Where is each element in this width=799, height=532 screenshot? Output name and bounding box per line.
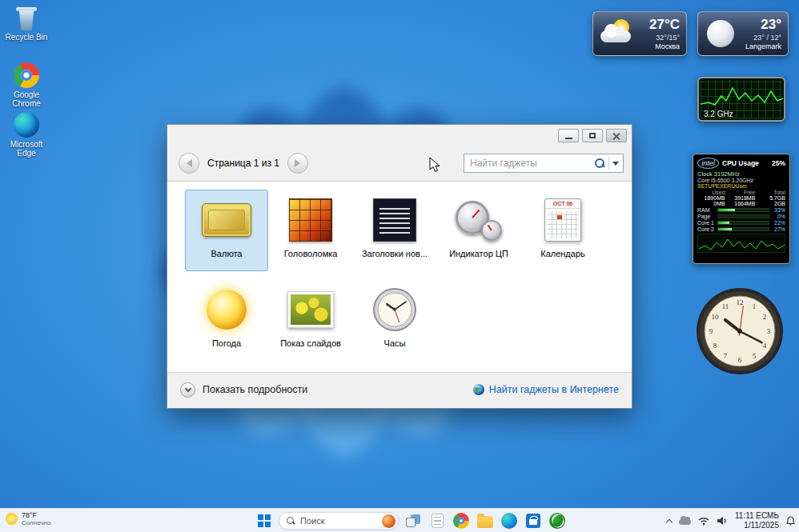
svg-text:5: 5 bbox=[753, 352, 757, 360]
meter-ram: RAM 33% bbox=[697, 207, 785, 213]
minimize-icon bbox=[565, 138, 572, 139]
show-details-toggle[interactable]: Показать подробности bbox=[180, 382, 307, 398]
gadget-tile-cpu-indicator[interactable]: Индикатор ЦП bbox=[437, 190, 520, 271]
desktop-icon-recycle-bin[interactable]: Recycle Bin bbox=[1, 6, 52, 42]
puzzle-icon bbox=[289, 195, 332, 245]
windows-logo-icon bbox=[258, 514, 271, 527]
gadget-tile-calendar[interactable]: OCT 06 Календарь bbox=[521, 190, 604, 271]
taskbar-search-label: Поиск bbox=[300, 516, 377, 526]
slideshow-icon bbox=[287, 285, 334, 334]
cpu-gauges-icon bbox=[453, 195, 504, 245]
chrome-icon bbox=[14, 62, 39, 88]
gadget-label: Календарь bbox=[540, 249, 585, 258]
recycle-bin-icon bbox=[16, 6, 37, 30]
task-view-button[interactable] bbox=[404, 511, 423, 530]
back-arrow-icon bbox=[183, 159, 192, 167]
gadget-grid: Валюта Головоломка Заголовки нов... Инди… bbox=[167, 181, 632, 373]
icon-label: Recycle Bin bbox=[6, 33, 48, 42]
taskbar-weather-widget[interactable]: 78°F Солнечно bbox=[6, 511, 50, 527]
meter-page: Page 0% bbox=[697, 214, 785, 219]
weather-city: Langemark bbox=[745, 42, 781, 50]
edge-icon bbox=[501, 513, 517, 529]
desktop-icon-chrome[interactable]: Google Chrome bbox=[1, 62, 52, 108]
gadget-tile-clock[interactable]: Часы bbox=[353, 279, 436, 361]
search-input[interactable] bbox=[470, 158, 592, 169]
minimize-button[interactable] bbox=[558, 129, 579, 142]
taskbar-weather-condition: Солнечно bbox=[22, 519, 50, 526]
page-indicator: Страница 1 из 1 bbox=[207, 158, 279, 169]
search-dropdown-icon[interactable] bbox=[612, 162, 619, 169]
search-icon[interactable] bbox=[595, 158, 605, 169]
calendar-date-text: OCT 06 bbox=[545, 199, 580, 209]
icon-label: Google Chrome bbox=[1, 90, 52, 108]
weather-city: Москва bbox=[655, 42, 680, 50]
icon-label: Microsoft Edge bbox=[1, 140, 52, 158]
weather-gadget-moscow[interactable]: 27°C 32°/15° Москва bbox=[592, 11, 687, 56]
cpu-usage-gadget[interactable]: intel CPU Usage 25% Clock 3192MHz Core i… bbox=[693, 154, 790, 264]
file-explorer-button[interactable] bbox=[476, 511, 495, 530]
start-button[interactable] bbox=[255, 511, 274, 530]
cpu-usage-title: CPU Usage bbox=[722, 159, 759, 167]
details-label: Показать подробности bbox=[203, 384, 307, 395]
hidden-icons-chevron[interactable] bbox=[666, 518, 673, 525]
gadget-tile-puzzle[interactable]: Головоломка bbox=[269, 190, 352, 271]
maximize-button[interactable] bbox=[582, 129, 603, 142]
chrome-icon bbox=[453, 513, 469, 529]
cpu-frequency-label: 3.2 GHz bbox=[704, 110, 733, 118]
cpu-meter-gadget[interactable]: 3.2 GHz bbox=[697, 77, 785, 122]
search-highlight-image[interactable] bbox=[382, 514, 395, 528]
cpu-usage-percent: 25% bbox=[772, 159, 785, 167]
volume-icon[interactable] bbox=[717, 516, 728, 526]
svg-text:12: 12 bbox=[737, 298, 744, 306]
gadget-label: Индикатор ЦП bbox=[449, 249, 508, 258]
window-titlebar[interactable] bbox=[167, 125, 632, 146]
taskbar-clock[interactable]: 11:11 ЕСМЬ 1/11/2025 bbox=[735, 511, 779, 530]
meter-core1: Core 1 22% bbox=[697, 220, 785, 226]
gadget-tile-news[interactable]: Заголовки нов... bbox=[353, 190, 436, 271]
xbox-icon bbox=[549, 513, 565, 529]
gadget-label: Погода bbox=[212, 338, 241, 348]
taskbar-search[interactable]: Поиск bbox=[279, 512, 399, 530]
calendar-icon: OCT 06 bbox=[544, 195, 581, 245]
sun-cloud-icon bbox=[600, 17, 635, 50]
clock-gadget[interactable]: 12 1 2 3 4 5 6 7 8 9 10 11 bbox=[695, 286, 785, 376]
wifi-icon[interactable] bbox=[698, 516, 709, 526]
cpu-user: SETUPEXERUUser bbox=[697, 183, 785, 189]
weather-gadget-langemark[interactable]: 23° 23° / 12° Langemark bbox=[697, 11, 789, 56]
svg-text:2: 2 bbox=[763, 313, 767, 321]
taskbar: 78°F Солнечно Поиск bbox=[0, 508, 799, 532]
chevron-down-icon bbox=[184, 385, 191, 391]
gadget-gallery-window: Страница 1 из 1 Валюта Головоломка Загол… bbox=[167, 124, 632, 409]
gadget-tile-slideshow[interactable]: Показ слайдов bbox=[269, 279, 352, 361]
forward-arrow-icon bbox=[295, 159, 304, 167]
page-back-button[interactable] bbox=[179, 153, 199, 174]
gadget-tile-currency[interactable]: Валюта bbox=[185, 190, 268, 271]
edge-taskbar-button[interactable] bbox=[500, 511, 519, 530]
gadget-search-box[interactable] bbox=[464, 154, 624, 173]
clock-icon bbox=[372, 285, 417, 334]
desktop-icon-edge[interactable]: Microsoft Edge bbox=[1, 112, 52, 158]
chrome-taskbar-button[interactable] bbox=[452, 511, 471, 530]
svg-text:4: 4 bbox=[763, 342, 767, 350]
details-chevron-button[interactable] bbox=[180, 382, 195, 398]
notification-bell-icon[interactable] bbox=[786, 516, 795, 526]
news-headlines-icon bbox=[373, 195, 416, 245]
widgets-button[interactable] bbox=[428, 511, 447, 530]
maximize-icon bbox=[589, 133, 596, 138]
xbox-button[interactable] bbox=[548, 511, 567, 530]
onedrive-cloud-icon[interactable] bbox=[679, 519, 691, 525]
memory-table: Used Free Total 1890MB 3918MB 5.7GB 0MB … bbox=[697, 190, 785, 206]
taskbar-weather-temp: 78°F bbox=[22, 511, 50, 519]
page-forward-button[interactable] bbox=[287, 153, 308, 174]
meter-core2: Core 2 27% bbox=[697, 226, 785, 232]
sun-icon bbox=[207, 285, 247, 334]
find-gadgets-online-link[interactable]: Найти гаджеты в Интернете bbox=[473, 384, 619, 395]
folder-icon bbox=[477, 516, 493, 528]
cpu-history-graph bbox=[697, 234, 785, 253]
gadget-tile-weather[interactable]: Погода bbox=[185, 279, 268, 361]
close-button[interactable] bbox=[606, 129, 627, 142]
close-icon bbox=[612, 132, 620, 140]
svg-text:3: 3 bbox=[767, 327, 771, 335]
store-button[interactable] bbox=[524, 511, 543, 530]
divider bbox=[608, 157, 609, 170]
